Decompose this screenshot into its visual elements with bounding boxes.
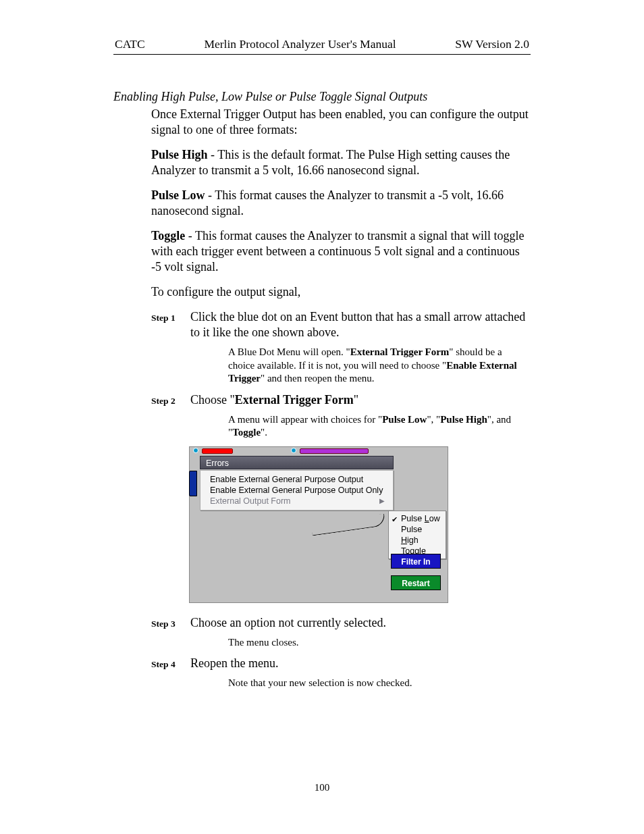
toggle-label: Toggle (151, 229, 185, 242)
red-event-bar (202, 448, 233, 454)
purple-event-bar (300, 448, 369, 454)
configure-line: To configure the output signal, (151, 284, 531, 300)
left-panel-sliver (189, 471, 197, 496)
check-icon: ✔ (392, 514, 398, 525)
step-2-row: Step 2 Choose "External Trigger Form" (151, 392, 531, 408)
submenu: ✔ Pulse Low Pulse High Toggle (388, 511, 446, 559)
blue-dot-icon (291, 448, 296, 453)
step-4-label: Step 4 (151, 659, 190, 670)
embedded-screenshot: Errors Enable External General Purpose O… (189, 446, 448, 603)
menu-item-external-output-form[interactable]: External Output Form ▶ (200, 496, 393, 506)
context-menu: Enable External General Purpose Output E… (200, 470, 394, 511)
step-3-subtext: The menu closes. (228, 636, 531, 650)
menu-item-enable-output-only[interactable]: Enable External General Purpose Output O… (200, 485, 393, 496)
pulse-high-paragraph: Pulse High - This is the default format.… (151, 147, 531, 178)
section-title: Enabling High Pulse, Low Pulse or Pulse … (113, 90, 644, 104)
step-1-subtext: A Blue Dot Menu will open. "External Tri… (228, 346, 531, 386)
step-3-row: Step 3 Choose an option not currently se… (151, 615, 531, 631)
pointer-swoosh-line (311, 513, 385, 536)
page-number: 100 (0, 782, 644, 793)
pulse-low-dash: - (205, 188, 215, 202)
submenu-arrow-icon: ▶ (379, 497, 385, 504)
toggle-text: This format causes the Analyzer to trans… (151, 229, 524, 273)
step-4-text: Reopen the menu. (190, 656, 531, 671)
event-icons-row (190, 447, 448, 457)
page-header: CATC Merlin Protocol Analyzer User's Man… (113, 37, 531, 55)
intro-paragraph: Once External Trigger Output has been en… (151, 107, 531, 138)
step-4-subtext: Note that your new selection is now chec… (228, 677, 531, 690)
step-3-text: Choose an option not currently selected. (190, 615, 531, 631)
step-1-text: Click the blue dot on an Event button th… (190, 309, 531, 340)
step-2-subtext: A menu will appear with choices for "Pul… (228, 413, 531, 440)
step-2-label: Step 2 (151, 396, 190, 407)
step-1-row: Step 1 Click the blue dot on an Event bu… (151, 309, 531, 340)
menu-item-label: External Output Form (210, 496, 291, 506)
filter-in-button[interactable]: Filter In (391, 554, 441, 569)
pulse-low-label: Pulse Low (151, 188, 205, 202)
pulse-low-paragraph: Pulse Low - This format causes the Analy… (151, 188, 531, 219)
restart-button[interactable]: Restart (391, 575, 441, 590)
header-right: SW Version 2.0 (455, 37, 529, 51)
blue-dot-icon (193, 448, 198, 453)
menu-item-enable-output[interactable]: Enable External General Purpose Output (200, 474, 393, 485)
pulse-high-dash: - (208, 148, 218, 161)
step-4-row: Step 4 Reopen the menu. (151, 656, 531, 671)
submenu-item-pulse-low[interactable]: ✔ Pulse Low (389, 513, 446, 524)
step-3-label: Step 3 (151, 619, 190, 629)
errors-titlebar: Errors (200, 456, 394, 469)
toggle-paragraph: Toggle - This format causes the Analyzer… (151, 228, 531, 275)
pulse-high-label: Pulse High (151, 148, 208, 161)
toggle-dash: - (185, 229, 195, 242)
header-left: CATC (115, 37, 145, 51)
step-1-label: Step 1 (151, 313, 190, 323)
submenu-item-pulse-high[interactable]: Pulse High (389, 524, 446, 546)
step-2-text: Choose "External Trigger Form" (190, 392, 531, 408)
header-center: Merlin Protocol Analyzer User's Manual (204, 37, 396, 51)
